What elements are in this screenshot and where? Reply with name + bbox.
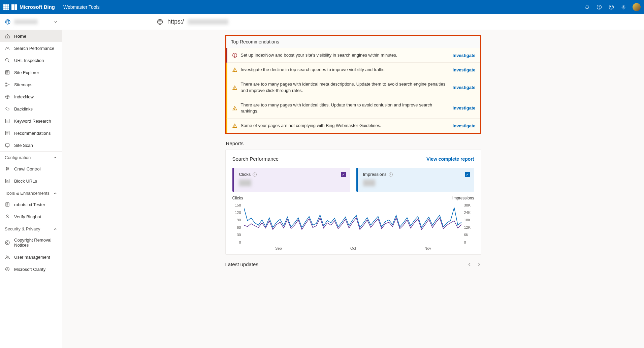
next-arrow-icon[interactable] [477,262,481,267]
svg-point-14 [8,84,9,85]
sidebar-item-label: Home [14,34,26,39]
sidebar-item-label: Search Performance [14,46,54,51]
nav-icon [5,240,10,245]
recommendation-row: There are too many pages with identical … [226,77,480,98]
help-icon[interactable] [596,4,602,10]
sidebar-item-backlinks[interactable]: Backlinks [0,103,62,115]
search-performance-title: Search Performance [232,156,279,162]
checkbox-checked-icon[interactable]: ✓ [341,172,346,177]
user-avatar[interactable] [633,3,641,11]
latest-updates-header: Latest updates [225,261,481,267]
svg-point-35 [234,127,235,127]
svg-point-25 [5,241,9,245]
sidebar-item-label: Crawl Control [14,166,41,171]
svg-point-29 [7,268,8,270]
sidebar-section-configuration[interactable]: Configuration [0,151,62,163]
feedback-icon[interactable] [608,4,614,10]
investigate-link[interactable]: Investigate [453,85,476,90]
chevron-up-icon [53,191,57,195]
sidebar-item-block-urls[interactable]: Block URLs [0,175,62,187]
top-header: Microsoft Bing Webmaster Tools [0,0,644,14]
metric-clicks[interactable]: Clicks i ✓ [232,168,350,192]
svg-point-32 [234,71,235,71]
recommendation-row: Set up IndexNow and boost your site's vi… [226,48,480,63]
url-prefix: https:/ [167,18,184,25]
sidebar-item-microsoft-clarity[interactable]: Microsoft Clarity [0,263,62,275]
svg-rect-18 [6,144,9,147]
recommendation-row: There are too many pages with identical … [226,98,480,119]
recommendations-title: Top Recommendations [226,36,480,48]
sidebar-item-label: Sitemaps [14,82,32,87]
sidebar-item-indexnow[interactable]: IndexNow [0,91,62,103]
nav-icon [5,94,10,99]
sidebar-item-recommendations[interactable]: Recommendations [0,127,62,139]
nav-icon [5,106,10,112]
nav-icon [5,214,10,219]
checkbox-checked-icon[interactable]: ✓ [465,172,470,177]
nav-icon [5,166,10,171]
nav-icon [5,143,10,148]
chart-lines [244,202,461,246]
prev-arrow-icon[interactable] [467,262,472,267]
svg-point-1 [599,8,599,8]
svg-point-34 [234,109,235,109]
sidebar-item-url-inspection[interactable]: URL Inspection [0,54,62,66]
sidebar-section-security-privacy[interactable]: Security & Privacy [0,223,62,234]
sidebar-item-home[interactable]: Home [0,30,62,42]
recommendation-row: Investigate the decline in top search qu… [226,63,480,77]
notifications-icon[interactable] [584,4,590,10]
view-complete-report-link[interactable]: View complete report [426,156,474,162]
svg-point-21 [6,169,7,170]
svg-point-5 [623,6,624,7]
sidebar-item-label: IndexNow [14,94,34,99]
sidebar-item-site-scan[interactable]: Site Scan [0,139,62,151]
sidebar-section-tools-enhancements[interactable]: Tools & Enhancements [0,187,62,198]
error-icon [232,53,237,58]
sidebar-item-robots-txt-tester[interactable]: robots.txt Tester [0,198,62,211]
info-icon[interactable]: i [253,172,257,177]
top-recommendations-card: Top Recommendations Set up IndexNow and … [225,35,481,134]
clicks-value-redacted [239,180,251,186]
nav-icon [5,58,10,63]
investigate-link[interactable]: Investigate [453,105,476,110]
site-dropdown[interactable] [0,19,62,25]
investigate-link[interactable]: Investigate [453,53,476,58]
sidebar-item-keyword-research[interactable]: Keyword Research [0,115,62,127]
sidebar-item-crawl-control[interactable]: Crawl Control [0,163,62,175]
sidebar-item-label: User management [14,255,50,260]
main-content: Top Recommendations Set up IndexNow and … [62,30,644,348]
sidebar-item-label: Block URLs [14,179,37,184]
sidebar-item-label: Microsoft Clarity [14,267,45,272]
investigate-link[interactable]: Investigate [453,123,476,128]
investigate-link[interactable]: Investigate [453,67,476,72]
section-label: Security & Privacy [5,226,40,231]
sidebar-item-search-performance[interactable]: Search Performance [0,42,62,54]
nav-icon [5,130,10,136]
sidebar-item-label: robots.txt Tester [14,202,45,207]
chevron-up-icon [53,156,57,160]
section-label: Configuration [5,155,31,160]
sidebar-item-site-explorer[interactable]: Site Explorer [0,66,62,78]
brand-label: Microsoft Bing [20,4,55,10]
sidebar-item-verify-bingbot[interactable]: Verify Bingbot [0,211,62,223]
nav-icon [5,178,10,184]
metric-impressions[interactable]: Impressions i ✓ [356,168,474,192]
nav-icon [5,266,10,272]
section-label: Tools & Enhancements [5,191,50,196]
url-redacted [188,19,228,25]
nav-icon [5,45,10,51]
sidebar-item-sitemaps[interactable]: Sitemaps [0,78,62,91]
recommendation-text: There are too many pages with identical … [241,102,449,114]
sidebar-item-copyright-removal-notices[interactable]: Copyright Removal Notices [0,234,62,251]
svg-point-19 [6,167,7,168]
chevron-up-icon [53,227,57,231]
sidebar-item-user-management[interactable]: User management [0,251,62,263]
sidebar-item-label: Recommendations [14,131,51,136]
sidebar: HomeSearch PerformanceURL InspectionSite… [0,30,62,348]
app-launcher-icon[interactable] [3,4,9,10]
info-icon[interactable]: i [389,172,393,177]
sidebar-item-label: Site Scan [14,143,33,148]
nav-icon [5,70,10,75]
svg-point-26 [6,256,7,257]
settings-icon[interactable] [620,4,626,10]
